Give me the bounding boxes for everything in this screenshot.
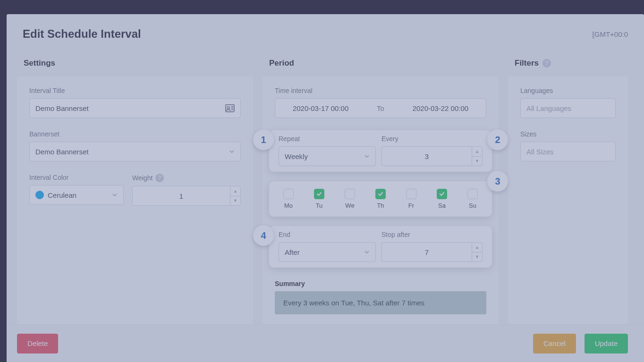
day-label: Su <box>469 202 476 209</box>
weight-input[interactable] <box>133 186 230 205</box>
day-tu[interactable]: Tu <box>314 189 324 209</box>
summary-box: Every 3 weeks on Tue, Thu, Sat after 7 t… <box>275 291 486 314</box>
settings-column: Settings Interval Title Demo Bannerset B… <box>17 52 253 324</box>
languages-select[interactable]: All Languages <box>520 98 616 118</box>
every-label: Every <box>381 135 483 143</box>
settings-card: Interval Title Demo Bannerset Bannerset … <box>17 76 253 324</box>
end-value: After <box>285 248 300 256</box>
stop-after-label: Stop after <box>381 231 483 238</box>
end-select[interactable]: After <box>279 242 376 262</box>
bannerset-label: Bannerset <box>29 130 241 138</box>
day-label: Th <box>377 202 384 209</box>
stop-after-stepper[interactable]: ▲ ▼ <box>381 242 483 262</box>
stepper-up-icon[interactable]: ▲ <box>472 243 482 253</box>
repeat-every-highlight: 1 2 Repeat Weekly Every <box>269 130 492 172</box>
interval-title-label: Interval Title <box>29 87 241 94</box>
filters-title: Filters ? <box>508 52 628 76</box>
languages-label: Languages <box>520 87 616 94</box>
modal-body: Settings Interval Title Demo Bannerset B… <box>7 52 644 324</box>
weight-stepper[interactable]: ▲ ▼ <box>132 186 241 206</box>
day-su[interactable]: Su <box>467 189 478 209</box>
callout-2: 2 <box>487 129 508 150</box>
summary-label: Summary <box>275 280 486 287</box>
weight-label: Weight ? <box>132 174 241 182</box>
callout-3: 3 <box>487 171 508 192</box>
stepper-up-icon[interactable]: ▲ <box>472 147 482 157</box>
stepper-down-icon[interactable]: ▼ <box>472 157 482 166</box>
every-stepper[interactable]: ▲ ▼ <box>381 146 483 166</box>
day-label: We <box>345 202 354 209</box>
interval-color-name: Cerulean <box>48 191 76 199</box>
edit-schedule-modal: Edit Schedule Interval [GMT+00:0 Setting… <box>7 14 644 362</box>
period-column: Period Time interval 2020-03-17 00:00 To… <box>263 52 499 324</box>
modal-footer: Delete Cancel Update <box>7 324 644 362</box>
settings-title: Settings <box>17 52 253 76</box>
day-label: Fr <box>408 202 414 209</box>
modal-title: Edit Schedule Interval <box>23 27 141 41</box>
time-interval-label: Time interval <box>275 87 486 94</box>
day-checkbox[interactable] <box>406 189 416 199</box>
chevron-down-icon <box>112 191 118 199</box>
day-label: Mo <box>284 202 293 209</box>
time-to-separator: To <box>377 104 384 112</box>
languages-placeholder: All Languages <box>526 104 571 112</box>
period-title: Period <box>263 52 499 76</box>
repeat-label: Repeat <box>279 135 376 143</box>
timezone-label: [GMT+00:0 <box>593 30 628 38</box>
days-row: MoTuWeThFrSaSu <box>279 187 483 211</box>
stepper-down-icon[interactable]: ▼ <box>230 196 240 206</box>
day-label: Tu <box>316 202 323 209</box>
stepper-up-icon[interactable]: ▲ <box>230 186 240 196</box>
help-icon[interactable]: ? <box>542 59 551 67</box>
stop-after-input[interactable] <box>382 243 472 261</box>
repeat-value: Weekly <box>285 152 308 160</box>
chevron-down-icon <box>364 152 370 160</box>
period-card: Time interval 2020-03-17 00:00 To 2020-0… <box>263 76 499 324</box>
delete-button[interactable]: Delete <box>17 334 58 354</box>
day-we[interactable]: We <box>345 189 355 209</box>
day-fr[interactable]: Fr <box>406 189 416 209</box>
update-button[interactable]: Update <box>585 334 628 354</box>
time-from: 2020-03-17 00:00 <box>293 104 348 112</box>
color-swatch <box>35 191 44 199</box>
callout-1: 1 <box>253 129 274 150</box>
bannerset-value: Demo Bannerset <box>35 148 89 156</box>
svg-point-1 <box>227 107 229 109</box>
chevron-down-icon <box>364 248 370 256</box>
day-checkbox[interactable] <box>437 189 447 199</box>
bannerset-select[interactable]: Demo Bannerset <box>29 142 241 161</box>
every-input[interactable] <box>382 147 472 166</box>
interval-title-input[interactable]: Demo Bannerset <box>29 98 241 118</box>
day-checkbox[interactable] <box>345 189 355 199</box>
filters-card: Languages All Languages Sizes All Sizes <box>508 76 628 324</box>
day-checkbox[interactable] <box>375 189 386 199</box>
chevron-down-icon <box>229 148 235 156</box>
interval-title-value: Demo Bannerset <box>35 104 89 112</box>
repeat-select[interactable]: Weekly <box>279 146 376 166</box>
interval-color-select[interactable]: Cerulean <box>29 185 124 205</box>
sizes-label: Sizes <box>520 130 616 138</box>
sizes-placeholder: All Sizes <box>526 148 554 156</box>
day-sa[interactable]: Sa <box>437 189 447 209</box>
day-label: Sa <box>438 202 446 209</box>
day-th[interactable]: Th <box>375 189 386 209</box>
cancel-button[interactable]: Cancel <box>533 334 576 354</box>
day-mo[interactable]: Mo <box>283 189 294 209</box>
sizes-select[interactable]: All Sizes <box>520 142 616 161</box>
filters-column: Filters ? Languages All Languages Sizes … <box>508 52 628 324</box>
interval-color-label: Interval Color <box>29 174 124 181</box>
id-card-icon <box>225 104 235 112</box>
day-checkbox[interactable] <box>283 189 294 199</box>
stepper-down-icon[interactable]: ▼ <box>472 253 482 262</box>
days-highlight: 3 MoTuWeThFrSaSu <box>269 181 492 217</box>
day-checkbox[interactable] <box>467 189 478 199</box>
time-to: 2020-03-22 00:00 <box>413 104 468 112</box>
day-checkbox[interactable] <box>314 189 324 199</box>
end-label: End <box>279 231 376 238</box>
end-highlight: 4 End After Stop after <box>269 226 492 268</box>
help-icon[interactable]: ? <box>155 174 164 182</box>
modal-header: Edit Schedule Interval [GMT+00:0 <box>7 14 644 52</box>
callout-4: 4 <box>253 225 274 246</box>
time-range-input[interactable]: 2020-03-17 00:00 To 2020-03-22 00:00 <box>275 98 486 118</box>
